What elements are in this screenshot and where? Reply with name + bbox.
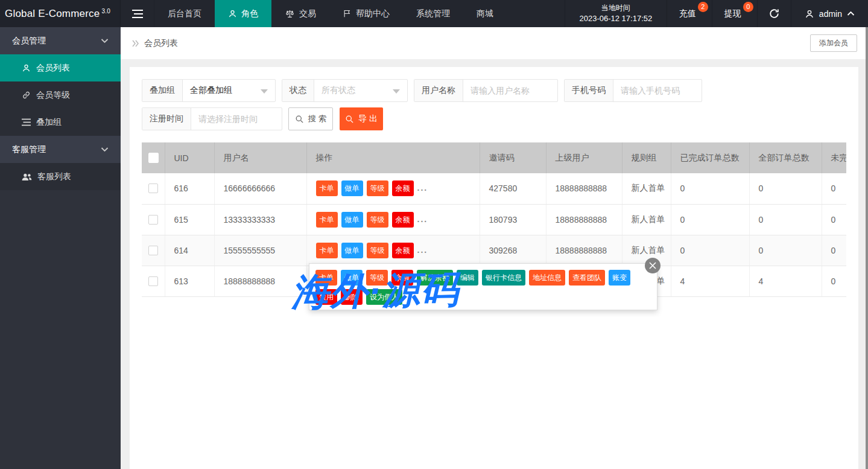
sidebar-item-叠加组[interactable]: 叠加组 xyxy=(0,109,121,136)
row-checkbox[interactable] xyxy=(148,276,158,286)
cell-uncompleted-orders: 0 xyxy=(822,204,846,235)
cell-actions: 卡单做单等级余额... xyxy=(306,173,480,204)
cell-parent-user: 18888888888 xyxy=(546,235,622,266)
withdraw-button[interactable]: 提现 0 xyxy=(712,0,758,27)
stack-group-select[interactable]: 全部叠加组 xyxy=(183,80,275,101)
username-label: 用户名称 xyxy=(414,80,463,101)
row-checkbox-cell xyxy=(142,204,165,235)
local-time-label: 当地时间 xyxy=(601,3,630,13)
sidebar-item-label: 客服列表 xyxy=(37,171,71,182)
top-nav-item-label: 角色 xyxy=(241,8,258,19)
recharge-button[interactable]: 充值 2 xyxy=(667,0,712,27)
brand-version: 3.0 xyxy=(101,8,110,14)
table-row-uid-615: 61513333333333卡单做单等级余额...180793188888888… xyxy=(142,204,846,235)
action-button-等级[interactable]: 等级 xyxy=(366,270,388,286)
action-button-解冻余额[interactable]: 解冻余额 xyxy=(417,270,453,286)
chevron-up-icon xyxy=(847,11,855,16)
more-actions-button[interactable]: ... xyxy=(417,245,428,255)
status-select[interactable]: 所有状态 xyxy=(314,80,407,101)
local-time-value: 2023-06-12 17:17:52 xyxy=(580,13,653,24)
sidebar-item-label: 会员等级 xyxy=(36,90,70,101)
action-button-卡单[interactable]: 卡单 xyxy=(315,270,337,286)
action-button-银行卡信息[interactable]: 银行卡信息 xyxy=(482,270,525,286)
top-nav-item-label: 后台首页 xyxy=(168,8,201,19)
row-checkbox[interactable] xyxy=(148,215,158,225)
sidebar-group-客服管理[interactable]: 客服管理 xyxy=(0,136,121,163)
top-nav-item-帮助中心[interactable]: 帮助中心 xyxy=(329,0,403,27)
action-button-等级[interactable]: 等级 xyxy=(367,212,388,228)
action-button-做单[interactable]: 做单 xyxy=(341,212,363,228)
export-button[interactable]: 导 出 xyxy=(340,107,383,130)
top-nav-item-角色[interactable]: 角色 xyxy=(215,0,271,27)
action-button-余额[interactable]: 余额 xyxy=(391,270,413,286)
search-icon xyxy=(295,115,304,124)
action-button-余额[interactable]: 余额 xyxy=(392,243,414,258)
sidebar-item-客服列表[interactable]: 客服列表 xyxy=(0,163,121,190)
sidebar-collapse-button[interactable] xyxy=(121,0,154,27)
chevron-down-icon xyxy=(101,38,109,43)
cell-username: 18888888888 xyxy=(214,266,306,296)
status-filter: 状态 所有状态 xyxy=(282,79,408,102)
action-button-查看团队[interactable]: 查看团队 xyxy=(569,270,605,286)
select-all-checkbox[interactable] xyxy=(148,153,159,163)
action-button-设为假人[interactable]: 设为假人 xyxy=(366,289,402,305)
close-layer-button[interactable] xyxy=(645,258,661,273)
chevron-down-icon xyxy=(101,147,109,152)
top-nav-item-后台首页[interactable]: 后台首页 xyxy=(154,0,215,27)
sidebar-item-会员列表[interactable]: 会员列表 xyxy=(0,54,121,81)
column-header-parent-user: 上级用户 xyxy=(546,142,622,173)
admin-menu[interactable]: admin xyxy=(791,0,868,27)
column-header-actions: 操作 xyxy=(306,142,480,173)
more-actions-button[interactable]: ... xyxy=(417,214,428,224)
link-icon xyxy=(22,91,31,100)
action-button-地址信息[interactable]: 地址信息 xyxy=(529,270,565,286)
cell-uncompleted-orders: 0 xyxy=(822,235,846,266)
hamburger-icon xyxy=(132,10,143,18)
vertical-scrollbar[interactable] xyxy=(866,27,868,469)
row-checkbox-cell xyxy=(142,173,165,204)
add-member-button[interactable]: 添加会员 xyxy=(810,34,857,52)
action-button-做单[interactable]: 做单 xyxy=(341,270,363,286)
stack-group-value: 全部叠加组 xyxy=(190,85,232,96)
row-checkbox[interactable] xyxy=(148,183,158,193)
top-nav-item-系统管理[interactable]: 系统管理 xyxy=(403,0,463,27)
search-button[interactable]: 搜 索 xyxy=(288,107,333,130)
action-button-卡单[interactable]: 卡单 xyxy=(316,212,338,228)
more-actions-button[interactable]: ... xyxy=(417,183,428,193)
username-input[interactable] xyxy=(470,86,550,95)
action-button-卡单[interactable]: 卡单 xyxy=(316,243,338,258)
action-button-做单[interactable]: 做单 xyxy=(341,243,363,258)
filter-row-2: 注册时间 搜 索 导 出 xyxy=(142,107,846,130)
cell-uid: 616 xyxy=(165,173,214,204)
cell-completed-orders: 0 xyxy=(671,173,749,204)
sidebar-item-会员等级[interactable]: 会员等级 xyxy=(0,81,121,109)
refresh-button[interactable] xyxy=(758,0,791,27)
action-button-等级[interactable]: 等级 xyxy=(367,243,388,258)
top-nav-item-交易[interactable]: 交易 xyxy=(271,0,329,27)
action-button-余额[interactable]: 余额 xyxy=(392,180,414,196)
cell-invite-code: 180793 xyxy=(480,204,546,235)
action-button-禁用[interactable]: 禁用 xyxy=(315,289,337,305)
action-button-卡单[interactable]: 卡单 xyxy=(316,180,338,196)
action-button-等级[interactable]: 等级 xyxy=(367,180,388,196)
action-button-做单[interactable]: 做单 xyxy=(341,180,363,196)
row-checkbox[interactable] xyxy=(148,246,158,255)
top-nav-item-label: 系统管理 xyxy=(416,8,450,19)
caret-down-icon xyxy=(393,89,400,94)
breadcrumb-chevrons-icon xyxy=(131,40,140,47)
action-button-账变[interactable]: 账变 xyxy=(609,270,630,286)
phone-input[interactable] xyxy=(621,86,694,95)
action-button-删除[interactable]: 删除 xyxy=(341,289,363,305)
cell-completed-orders: 0 xyxy=(671,204,749,235)
action-button-编辑[interactable]: 编辑 xyxy=(457,270,478,286)
withdraw-label: 提现 xyxy=(724,8,741,19)
phone-filter: 手机号码 xyxy=(564,79,702,102)
cell-uid: 614 xyxy=(165,235,214,266)
action-button-余额[interactable]: 余额 xyxy=(392,212,414,228)
sidebar-group-会员管理[interactable]: 会员管理 xyxy=(0,27,121,54)
regtime-input[interactable] xyxy=(198,114,274,124)
column-header-total-orders: 全部订单总数 xyxy=(749,142,822,173)
top-nav-item-商城[interactable]: 商城 xyxy=(463,0,507,27)
filter-row-1: 叠加组 全部叠加组 状态 所有状态 用户名称 手机号码 xyxy=(142,79,846,102)
cell-total-orders: 0 xyxy=(749,235,822,266)
